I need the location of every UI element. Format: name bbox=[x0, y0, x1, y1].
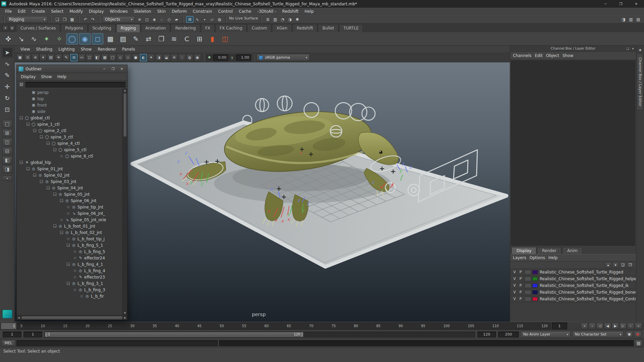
outliner-item[interactable]: − global_ctl bbox=[17, 115, 122, 121]
expand-toggle[interactable]: − bbox=[53, 193, 56, 196]
detach-skin-icon[interactable]: ▨ bbox=[117, 33, 129, 45]
expand-toggle[interactable]: ○ bbox=[60, 218, 63, 222]
outliner-item[interactable]: − spine_4_ctl bbox=[17, 140, 122, 146]
shelf-tab[interactable]: Curves / Surfaces bbox=[16, 24, 60, 32]
script-editor-icon[interactable]: ▤ bbox=[635, 340, 642, 347]
layer-row[interactable]: V P Realistic_Chinese_Softshell_Turtle_R… bbox=[510, 296, 636, 302]
expand-toggle[interactable]: − bbox=[60, 231, 63, 234]
menu-item[interactable]: Modify bbox=[66, 8, 86, 15]
open-render-view-icon[interactable]: ▥ bbox=[271, 16, 279, 23]
cluster-deformer-icon[interactable]: C bbox=[181, 33, 193, 45]
menu-item[interactable]: Skin bbox=[154, 8, 169, 15]
outliner-item[interactable]: − Spine_02_jnt bbox=[17, 172, 122, 178]
redo-icon[interactable]: ↷ bbox=[89, 16, 97, 23]
range-slider-bar[interactable]: 1 120 bbox=[45, 332, 303, 337]
close-button[interactable]: ✕ bbox=[630, 0, 643, 7]
shaded-mode-icon[interactable]: ● bbox=[132, 54, 139, 61]
panel-menu-item[interactable]: View bbox=[17, 46, 33, 53]
expand-toggle[interactable]: − bbox=[47, 186, 50, 189]
expand-toggle[interactable]: − bbox=[40, 135, 43, 138]
film-gate-icon[interactable]: ▭ bbox=[78, 54, 85, 61]
command-language-toggle[interactable]: MEL bbox=[2, 340, 15, 346]
layer-color-swatch[interactable] bbox=[532, 297, 538, 301]
expand-toggle[interactable]: − bbox=[20, 116, 23, 119]
layer-state-cell[interactable] bbox=[525, 277, 531, 281]
go-to-end-button[interactable]: » bbox=[635, 323, 642, 329]
command-input[interactable] bbox=[16, 340, 218, 346]
layer-playback-toggle[interactable]: P bbox=[518, 290, 524, 294]
gamma-toggle-icon[interactable]: γ bbox=[229, 55, 235, 61]
motion-blur-icon[interactable]: ≋ bbox=[171, 54, 178, 61]
outliner-maximize-button[interactable]: ❐ bbox=[110, 66, 116, 72]
view-transform-select[interactable]: sRGB gamma ▾ bbox=[257, 54, 310, 61]
layer-playback-toggle[interactable]: P bbox=[518, 283, 524, 288]
ik-spline-handle-icon[interactable]: ∿ bbox=[28, 33, 40, 45]
layer-color-swatch[interactable] bbox=[532, 270, 538, 274]
shelf-tab[interactable]: Bullet bbox=[318, 24, 338, 32]
rotate-tool-icon[interactable]: ↻ bbox=[2, 93, 13, 103]
create-control-sphere-icon[interactable]: ◉ bbox=[79, 33, 91, 45]
outliner-item[interactable]: − Spine_06_jnt bbox=[17, 197, 122, 204]
expand-toggle[interactable]: − bbox=[47, 142, 50, 145]
outliner-titlebar[interactable]: Outliner ─ ❐ ✕ bbox=[17, 65, 127, 73]
outliner-horizontal-scrollbar[interactable]: ◀ ▶ bbox=[17, 315, 127, 320]
channel-box-menu-item[interactable]: Show bbox=[562, 52, 577, 59]
expand-toggle[interactable] bbox=[26, 110, 30, 113]
select-hierarchy-icon[interactable]: ≡ bbox=[136, 16, 143, 23]
snap-to-plane-icon[interactable]: ▱ bbox=[208, 16, 216, 23]
time-slider-ruler[interactable]: 5101520253035404550556065707580859095100… bbox=[1, 322, 551, 329]
textured-mode-icon[interactable]: ◐ bbox=[140, 54, 147, 61]
screen-space-ao-icon[interactable]: ◒ bbox=[163, 54, 170, 61]
layer-name[interactable]: Realistic_Chinese_Softshell_Turtle_Rigge… bbox=[540, 277, 636, 281]
expand-toggle[interactable]: ○ bbox=[80, 294, 84, 298]
shadows-icon[interactable]: ◑ bbox=[155, 54, 162, 61]
layer-editor-menu-item[interactable]: Help bbox=[548, 255, 561, 261]
undo-icon[interactable]: ↶ bbox=[82, 16, 89, 23]
shelf-tab[interactable]: Polygons bbox=[61, 24, 87, 32]
humanik-icon[interactable]: ✧ bbox=[54, 33, 65, 45]
outliner-item[interactable]: ○ spine_6_ctl bbox=[17, 153, 122, 159]
layer-state-cell[interactable] bbox=[525, 283, 531, 288]
channel-box-menu-item[interactable]: Channels bbox=[513, 52, 535, 59]
camera-attributes-icon[interactable]: ≡ bbox=[32, 54, 39, 61]
layer-name[interactable]: Realistic_Chinese_Softshell_Turtle_Rigge… bbox=[540, 270, 636, 275]
current-time-indicator[interactable]: 1 bbox=[1, 323, 17, 329]
outliner-item[interactable]: − spine_3_ctl bbox=[17, 134, 122, 140]
layer-editor-tab[interactable]: Render bbox=[537, 247, 561, 254]
grease-pencil-icon[interactable]: ✎ bbox=[63, 54, 70, 61]
outliner-item[interactable]: − spine_1_ctl bbox=[17, 121, 122, 127]
new-scene-icon[interactable]: ❏ bbox=[54, 16, 61, 23]
outliner-menu-item[interactable]: Help bbox=[55, 74, 69, 80]
layer-state-cell[interactable] bbox=[525, 297, 531, 301]
channel-box-empty-area[interactable] bbox=[511, 60, 635, 246]
menu-item[interactable]: Select bbox=[48, 8, 66, 15]
range-slider-track[interactable]: 1 120 bbox=[44, 331, 475, 338]
exposure-field[interactable]: 0.00 bbox=[213, 54, 228, 61]
lock-camera-icon[interactable]: ⊙ bbox=[24, 54, 31, 61]
outliner-item[interactable]: − Spine_04_jnt bbox=[17, 185, 122, 191]
outliner-item[interactable]: ○ L_b_fing_4 bbox=[17, 267, 122, 274]
menu-item[interactable]: Deform bbox=[169, 8, 190, 15]
quick-rig-icon[interactable]: ✦ bbox=[41, 33, 52, 45]
layer-editor-tab[interactable]: Display bbox=[512, 247, 536, 254]
outliner-item[interactable]: − Spine_03_jnt bbox=[17, 178, 122, 185]
joint-tool-icon[interactable]: ✜ bbox=[3, 33, 14, 45]
layer-row[interactable]: V P Realistic_Chinese_Softshell_Turtle_R… bbox=[510, 276, 636, 282]
outliner-item[interactable]: − Spine_01_jnt bbox=[17, 166, 122, 172]
expand-toggle[interactable]: − bbox=[26, 167, 30, 170]
scale-tool-icon[interactable]: ⊡ bbox=[2, 104, 13, 115]
character-set-select[interactable]: No Character Set▾ bbox=[573, 331, 624, 338]
outliner-item[interactable]: ○ effector24 bbox=[17, 255, 122, 261]
sidebar-attribute-editor-icon[interactable]: ◨ bbox=[620, 16, 627, 23]
outliner-item[interactable]: ○ Spine_06_jnt_ bbox=[17, 210, 122, 217]
expand-toggle[interactable]: − bbox=[33, 174, 36, 177]
statusline-grip[interactable] bbox=[3, 17, 5, 22]
layer-move-up-icon[interactable]: ▴ bbox=[605, 262, 611, 268]
lattice-deformer-icon[interactable]: ⊞ bbox=[194, 33, 205, 45]
safe-action-icon[interactable]: □ bbox=[109, 54, 116, 61]
layout-two-side-icon[interactable]: ◫ bbox=[2, 138, 12, 146]
shelf-tab[interactable]: Rigging bbox=[116, 24, 140, 32]
outliner-item[interactable]: ○ Spine_05_jnt_orie bbox=[17, 217, 122, 223]
layer-move-down-icon[interactable]: ▾ bbox=[612, 262, 619, 268]
menu-item[interactable]: Windows bbox=[107, 8, 131, 15]
